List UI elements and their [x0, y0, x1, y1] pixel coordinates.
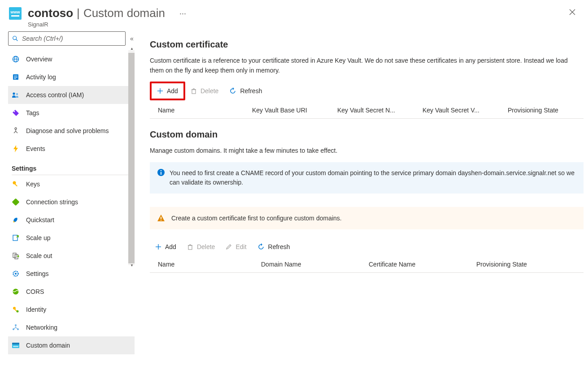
svg-rect-31: [12, 343, 19, 344]
sidebar-item-scale-up[interactable]: Scale up: [8, 229, 135, 247]
search-input-wrap[interactable]: [8, 31, 126, 46]
custom-domain-title: Custom domain: [150, 129, 584, 140]
certificate-delete-button: Delete: [185, 83, 224, 99]
sidebar-item-networking[interactable]: Networking: [8, 318, 135, 336]
sidebar-item-label: Scale out: [26, 252, 52, 259]
sidebar-item-diagnose[interactable]: Diagnose and solve problems: [8, 122, 135, 140]
col-provisioning-state[interactable]: Provisioning State: [500, 107, 584, 114]
activity-log-icon: [12, 73, 20, 81]
gear-icon: [12, 270, 20, 278]
edit-label: Edit: [235, 243, 246, 250]
sidebar-item-connection-strings[interactable]: Connection strings: [8, 193, 135, 211]
refresh-label: Refresh: [240, 87, 262, 95]
sidebar: « ▲ ▼ Overview Activity log Access contr…: [0, 30, 135, 361]
quickstart-icon: [12, 216, 20, 224]
sidebar-item-overview[interactable]: Overview: [8, 50, 135, 68]
svg-rect-6: [14, 76, 17, 76]
sidebar-item-label: CORS: [26, 288, 44, 295]
add-button-highlight: Add: [150, 82, 185, 100]
delete-label: Delete: [197, 243, 215, 250]
col-domain-name[interactable]: Domain Name: [253, 261, 361, 268]
scale-up-icon: [12, 234, 20, 242]
col-kv-secret-version[interactable]: Key Vault Secret V...: [414, 107, 500, 114]
search-icon: [12, 35, 18, 42]
scrollbar-thumb[interactable]: [128, 53, 135, 263]
svg-rect-7: [14, 77, 17, 77]
sidebar-item-quickstart[interactable]: Quickstart: [8, 211, 135, 229]
certificate-refresh-button[interactable]: Refresh: [224, 83, 267, 99]
collapse-sidebar-icon[interactable]: «: [130, 35, 134, 42]
sidebar-item-identity[interactable]: Identity: [8, 301, 135, 318]
col-certificate-name[interactable]: Certificate Name: [361, 261, 468, 268]
svg-rect-45: [188, 245, 192, 250]
svg-rect-39: [161, 172, 161, 175]
blade-header: www contoso | Custom domain ··· SignalR: [0, 0, 588, 30]
sidebar-item-settings[interactable]: Settings: [8, 265, 135, 283]
svg-rect-15: [12, 198, 19, 206]
custom-domain-icon: www: [12, 341, 20, 349]
scroll-arrow-down[interactable]: ▼: [130, 263, 134, 267]
add-label: Add: [165, 243, 176, 250]
delete-label: Delete: [200, 87, 218, 95]
identity-icon: [12, 305, 20, 314]
sidebar-item-tags[interactable]: Tags: [8, 104, 135, 122]
resource-name: contoso: [28, 6, 73, 20]
svg-point-27: [15, 324, 17, 326]
sidebar-item-cors[interactable]: CORS: [8, 283, 135, 301]
col-name[interactable]: Name: [150, 261, 253, 268]
tags-icon: [12, 109, 20, 117]
domain-add-button[interactable]: Add: [150, 239, 182, 254]
col-kv-base-uri[interactable]: Key Vault Base URI: [244, 107, 329, 114]
warning-text: Create a custom certificate first to con…: [171, 215, 342, 222]
sidebar-item-scale-out[interactable]: Scale out: [8, 247, 135, 265]
resource-icon: www: [9, 7, 22, 20]
svg-point-10: [16, 93, 18, 95]
sidebar-item-keys[interactable]: Keys: [8, 175, 135, 193]
access-control-icon: [12, 91, 20, 99]
col-kv-secret-name[interactable]: Key Vault Secret N...: [329, 107, 414, 114]
svg-rect-35: [192, 90, 196, 94]
domain-columns: Name Domain Name Certificate Name Provis…: [150, 257, 584, 273]
sidebar-item-label: Keys: [26, 181, 40, 188]
col-provisioning-state[interactable]: Provisioning State: [468, 261, 584, 268]
domain-refresh-button[interactable]: Refresh: [252, 239, 296, 254]
sidebar-item-access-control[interactable]: Access control (IAM): [8, 86, 135, 104]
domain-edit-button: Edit: [220, 239, 252, 254]
main-content: Custom certificate Custom certificate is…: [135, 30, 588, 361]
certificate-add-button[interactable]: Add: [152, 83, 183, 99]
connection-strings-icon: [12, 198, 20, 206]
networking-icon: [12, 323, 20, 331]
svg-point-26: [17, 310, 19, 313]
svg-text:www: www: [13, 345, 18, 348]
domain-toolbar: Add Delete Edit Refresh: [150, 239, 584, 254]
add-label: Add: [167, 87, 178, 95]
sidebar-item-label: Overview: [26, 56, 52, 63]
svg-line-1: [16, 39, 18, 41]
page-name: Custom domain: [83, 6, 165, 20]
sidebar-item-label: Diagnose and solve problems: [26, 127, 109, 134]
sidebar-item-label: Quickstart: [26, 216, 54, 224]
sidebar-item-events[interactable]: Events: [8, 140, 135, 158]
refresh-icon: [257, 243, 265, 250]
svg-point-9: [13, 92, 15, 95]
search-input[interactable]: [21, 34, 122, 43]
overview-icon: [12, 55, 20, 63]
sidebar-item-label: Access control (IAM): [26, 91, 84, 99]
sidebar-item-activity-log[interactable]: Activity log: [8, 68, 135, 86]
info-text: You need to first create a CNAME record …: [170, 168, 576, 187]
custom-certificate-title: Custom certificate: [150, 39, 584, 50]
col-name[interactable]: Name: [150, 107, 244, 114]
sidebar-item-label: Settings: [26, 270, 49, 277]
svg-point-16: [13, 221, 15, 223]
info-icon: [157, 168, 165, 187]
sidebar-item-label: Activity log: [26, 73, 56, 81]
more-actions-icon[interactable]: ···: [179, 9, 186, 18]
events-icon: [12, 145, 20, 153]
close-button[interactable]: [569, 9, 575, 15]
sidebar-item-custom-domain[interactable]: www Custom domain: [8, 336, 135, 354]
svg-point-40: [161, 170, 161, 171]
scale-out-icon: [12, 252, 20, 260]
sidebar-item-label: Scale up: [26, 234, 50, 241]
sidebar-item-label: Connection strings: [26, 198, 78, 206]
resource-type: SignalR: [28, 21, 579, 28]
